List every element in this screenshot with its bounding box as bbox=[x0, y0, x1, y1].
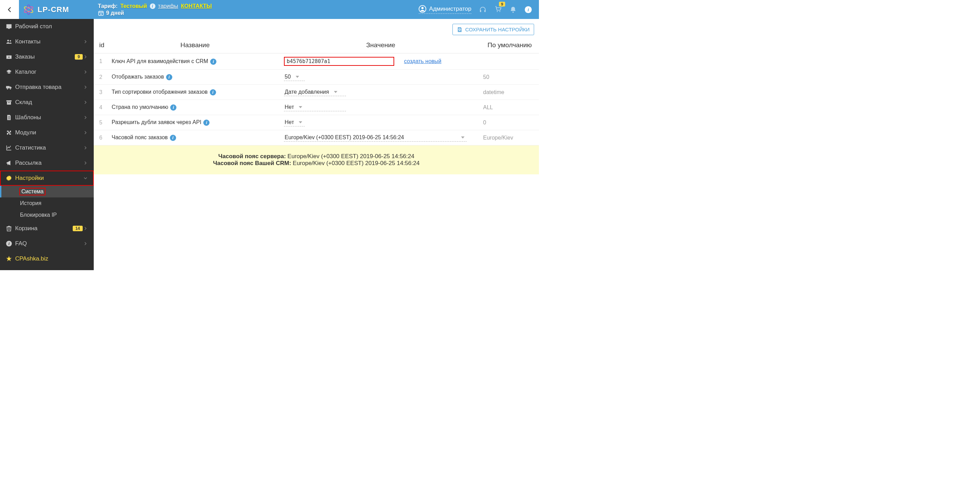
save-settings-button[interactable]: СОХРАНИТЬ НАСТРОЙКИ bbox=[452, 24, 534, 35]
svg-rect-11 bbox=[480, 10, 481, 12]
chevron-right-icon bbox=[83, 145, 88, 151]
default-country-select[interactable]: Нет bbox=[284, 103, 346, 111]
chevron-right-icon bbox=[83, 39, 88, 45]
svg-rect-3 bbox=[99, 11, 103, 15]
tariffs-link[interactable]: тарифы bbox=[158, 3, 178, 9]
nav-shipping[interactable]: Отправка товара bbox=[0, 80, 94, 95]
svg-text:i: i bbox=[528, 7, 529, 12]
tariff-value: Тестовый bbox=[120, 3, 147, 9]
chevron-right-icon bbox=[83, 241, 88, 247]
info-icon[interactable]: i bbox=[210, 89, 216, 95]
bell-icon[interactable] bbox=[509, 6, 517, 13]
sort-type-select[interactable]: Дате добавления bbox=[284, 88, 346, 96]
info-icon[interactable]: i bbox=[170, 104, 177, 111]
brand-logo[interactable]: LP-CRM bbox=[19, 0, 94, 19]
svg-point-2 bbox=[27, 5, 30, 14]
svg-point-13 bbox=[497, 11, 498, 12]
col-value: Значение bbox=[281, 37, 480, 53]
nav-faq[interactable]: i FAQ bbox=[0, 236, 94, 251]
svg-point-25 bbox=[7, 88, 8, 89]
svg-point-26 bbox=[10, 88, 11, 89]
nav-dashboard[interactable]: Рабочий стол bbox=[0, 19, 94, 34]
info-icon[interactable]: i bbox=[525, 6, 532, 13]
settings-table: id Название Значение По умолчанию 1 Ключ… bbox=[94, 37, 539, 145]
svg-rect-30 bbox=[8, 116, 10, 117]
sub-history[interactable]: История bbox=[0, 197, 94, 209]
table-row: 2 Отображать заказовi 50 50 bbox=[94, 70, 539, 85]
timezone-banner: Часовой пояс сервера: Europe/Kiev (+0300… bbox=[94, 145, 539, 174]
svg-rect-27 bbox=[6, 100, 12, 101]
nav-settings[interactable]: Настройки bbox=[0, 170, 94, 186]
star-icon bbox=[5, 255, 15, 262]
puzzle-icon bbox=[5, 129, 15, 136]
svg-point-21 bbox=[10, 40, 11, 41]
table-row: 1 Ключ API для взаимодействия с CRMi b45… bbox=[94, 53, 539, 70]
timezone-select[interactable]: Europe/Kiev (+0300 EEST) 2019-06-25 14:5… bbox=[284, 134, 466, 142]
svg-rect-29 bbox=[8, 102, 9, 103]
svg-rect-18 bbox=[6, 24, 12, 28]
chevron-right-icon bbox=[83, 226, 88, 231]
tariff-info: Тариф: Тестовый i тарифы КОНТАКТЫ 9 дней bbox=[94, 3, 212, 16]
info-icon[interactable]: i bbox=[170, 135, 176, 141]
sub-block-ip[interactable]: Блокировка IP bbox=[0, 209, 94, 221]
cart-button[interactable]: 9 bbox=[494, 5, 502, 14]
info-icon[interactable]: i bbox=[203, 119, 210, 126]
nav-templates[interactable]: Шаблоны bbox=[0, 110, 94, 125]
nav-warehouse[interactable]: Склад bbox=[0, 95, 94, 110]
back-button[interactable] bbox=[0, 0, 19, 19]
user-menu[interactable]: Администратор bbox=[419, 5, 471, 14]
dropdown-icon bbox=[296, 76, 299, 78]
svg-rect-24 bbox=[6, 86, 10, 89]
svg-rect-41 bbox=[459, 30, 460, 31]
nav-contacts[interactable]: Контакты bbox=[0, 34, 94, 49]
nav-trash[interactable]: Корзина 14 bbox=[0, 221, 94, 236]
svg-point-23 bbox=[8, 57, 9, 57]
svg-point-14 bbox=[499, 11, 500, 12]
svg-rect-12 bbox=[485, 10, 486, 12]
svg-rect-34 bbox=[6, 226, 11, 227]
dropdown-icon bbox=[299, 121, 302, 123]
days-remaining: 9 дней bbox=[106, 10, 124, 16]
megaphone-icon bbox=[5, 159, 15, 166]
chevron-right-icon bbox=[83, 69, 88, 75]
orders-icon bbox=[5, 53, 15, 60]
nav-orders[interactable]: Заказы 9 bbox=[0, 49, 94, 64]
trash-icon bbox=[5, 225, 15, 232]
nav-catalog[interactable]: Каталог bbox=[0, 64, 94, 80]
svg-point-15 bbox=[512, 11, 514, 13]
create-new-key-link[interactable]: создать новый bbox=[404, 58, 441, 64]
info-icon[interactable]: i bbox=[166, 74, 172, 80]
svg-rect-40 bbox=[459, 27, 460, 29]
table-row: 4 Страна по умолчаниюi Нет ALL bbox=[94, 100, 539, 115]
headset-icon[interactable] bbox=[479, 6, 487, 13]
info-icon: i bbox=[5, 240, 15, 247]
sub-system[interactable]: Система bbox=[0, 186, 94, 197]
svg-point-20 bbox=[7, 40, 9, 41]
cart-badge: 9 bbox=[499, 2, 505, 6]
allow-duplicates-select[interactable]: Нет bbox=[284, 119, 305, 126]
chevron-right-icon bbox=[83, 54, 88, 60]
nav-mailing[interactable]: Рассылка bbox=[0, 156, 94, 170]
user-icon bbox=[419, 5, 426, 13]
table-row: 3 Тип сортировки отображения заказовi Да… bbox=[94, 85, 539, 100]
calendar-icon bbox=[98, 10, 104, 16]
chevron-right-icon bbox=[83, 130, 88, 135]
contacts-icon bbox=[5, 38, 15, 45]
info-icon[interactable]: i bbox=[210, 59, 216, 65]
col-name: Название bbox=[109, 37, 281, 53]
catalog-icon bbox=[5, 68, 15, 75]
archive-icon bbox=[5, 99, 15, 106]
orders-per-page-select[interactable]: 50 bbox=[284, 73, 305, 81]
chevron-right-icon bbox=[83, 115, 88, 120]
nav-modules[interactable]: Модули bbox=[0, 125, 94, 140]
nav-stats[interactable]: Статистика bbox=[0, 140, 94, 156]
svg-rect-35 bbox=[8, 226, 10, 227]
nav-cpashka[interactable]: CPAshka.biz bbox=[0, 251, 94, 266]
info-icon[interactable]: i bbox=[150, 3, 156, 9]
dashboard-icon bbox=[5, 23, 15, 30]
api-key-value: b4576b712807a1 bbox=[284, 57, 394, 66]
svg-rect-19 bbox=[8, 28, 10, 29]
chevron-right-icon bbox=[83, 84, 88, 90]
dropdown-icon bbox=[461, 137, 465, 138]
contacts-link[interactable]: КОНТАКТЫ bbox=[181, 3, 212, 9]
